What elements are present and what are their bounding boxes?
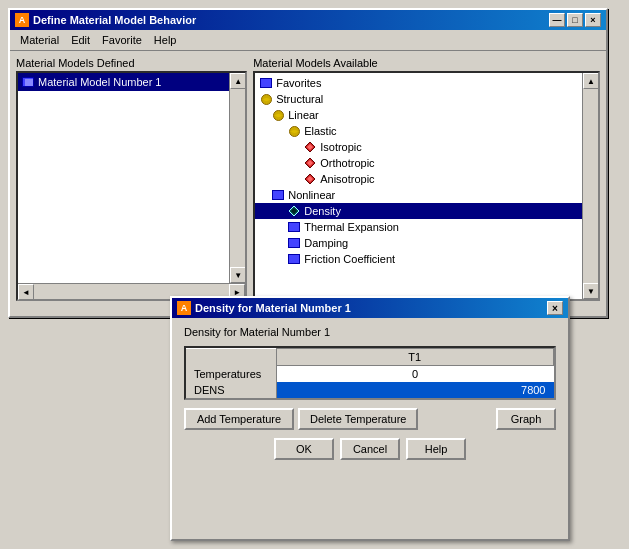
elastic-icon xyxy=(287,124,301,138)
right-panel: Favorites Structural xyxy=(253,71,600,301)
right-panel-scroll: Favorites Structural xyxy=(255,73,598,299)
graph-button[interactable]: Graph xyxy=(496,408,556,430)
model-icon xyxy=(21,75,35,89)
menu-favorite[interactable]: Favorite xyxy=(96,32,148,48)
isotropic-icon xyxy=(303,140,317,154)
tree-friction[interactable]: Friction Coefficient xyxy=(255,251,582,267)
main-window-title: Define Material Model Behavior xyxy=(33,14,196,26)
linear-icon xyxy=(271,108,285,122)
anisotropic-icon xyxy=(303,172,317,186)
help-button[interactable]: Help xyxy=(406,438,466,460)
data-table: T1 Temperatures DENS xyxy=(186,348,554,398)
dens-input[interactable] xyxy=(285,384,546,396)
left-panel-wrapper: Material Models Defined Material Model N… xyxy=(16,57,247,301)
right-scroll-track xyxy=(583,89,598,283)
minimize-button[interactable]: — xyxy=(549,13,565,27)
nonlinear-icon xyxy=(271,188,285,202)
tree-anisotropic[interactable]: Anisotropic xyxy=(255,171,582,187)
tree-thermal[interactable]: Thermal Expansion xyxy=(255,219,582,235)
dialog-close-button[interactable]: × xyxy=(547,301,563,315)
dialog-body: Density for Material Number 1 T1 Tempera… xyxy=(172,318,568,468)
left-panel-content: Material Model Number 1 xyxy=(18,73,229,91)
dialog-title-left: A Density for Material Number 1 xyxy=(177,301,351,315)
tree-damping[interactable]: Damping xyxy=(255,235,582,251)
table-header-t1: T1 xyxy=(276,349,554,366)
cancel-button[interactable]: Cancel xyxy=(340,438,400,460)
dialog-subtitle: Density for Material Number 1 xyxy=(184,326,556,338)
action-buttons: Add Temperature Delete Temperature Graph xyxy=(184,408,556,430)
main-content: Material Models Defined Material Model N… xyxy=(10,51,606,307)
tree-structural[interactable]: Structural xyxy=(255,91,582,107)
ok-cancel-row: OK Cancel Help xyxy=(184,438,556,460)
defined-model-item[interactable]: Material Model Number 1 xyxy=(18,73,229,91)
left-panel-label: Material Models Defined xyxy=(16,57,247,69)
right-panel-wrapper: Material Models Available Favorites xyxy=(253,57,600,301)
dialog-app-icon: A xyxy=(177,301,191,315)
dens-value[interactable] xyxy=(276,382,554,398)
add-temperature-button[interactable]: Add Temperature xyxy=(184,408,294,430)
tree-favorites[interactable]: Favorites xyxy=(255,75,582,91)
tree-content: Favorites Structural xyxy=(255,73,582,269)
dialog-window: A Density for Material Number 1 × Densit… xyxy=(170,296,570,541)
dens-label: DENS xyxy=(186,382,276,398)
maximize-button[interactable]: □ xyxy=(567,13,583,27)
temp-value[interactable] xyxy=(276,366,554,383)
data-table-container: T1 Temperatures DENS xyxy=(184,346,556,400)
left-scrollbar-v[interactable]: ▲ ▼ xyxy=(229,73,245,283)
main-title-bar: A Define Material Model Behavior — □ × xyxy=(10,10,606,30)
temp-label: Temperatures xyxy=(186,366,276,383)
tree-orthotropic[interactable]: Orthotropic xyxy=(255,155,582,171)
title-buttons: — □ × xyxy=(549,13,601,27)
title-left: A Define Material Model Behavior xyxy=(15,13,196,27)
table-corner xyxy=(186,349,276,366)
table-row-temperatures: Temperatures xyxy=(186,366,554,383)
ok-button[interactable]: OK xyxy=(274,438,334,460)
tree-elastic[interactable]: Elastic xyxy=(255,123,582,139)
model-label: Material Model Number 1 xyxy=(38,76,162,88)
right-panel-label: Material Models Available xyxy=(253,57,600,69)
structural-icon xyxy=(259,92,273,106)
right-scrollbar-v[interactable]: ▲ ▼ xyxy=(582,73,598,299)
dialog-title-bar: A Density for Material Number 1 × xyxy=(172,298,568,318)
scroll-up-btn[interactable]: ▲ xyxy=(230,73,245,89)
scroll-left-btn[interactable]: ◄ xyxy=(18,284,34,300)
favorites-icon xyxy=(259,76,273,90)
orthotropic-icon xyxy=(303,156,317,170)
right-scroll-up[interactable]: ▲ xyxy=(583,73,598,89)
tree-isotropic[interactable]: Isotropic xyxy=(255,139,582,155)
menu-edit[interactable]: Edit xyxy=(65,32,96,48)
menu-material[interactable]: Material xyxy=(14,32,65,48)
damping-icon xyxy=(287,236,301,250)
menu-help[interactable]: Help xyxy=(148,32,183,48)
tree-density[interactable]: Density xyxy=(255,203,582,219)
delete-temperature-button[interactable]: Delete Temperature xyxy=(298,408,418,430)
left-panel: Material Model Number 1 ▲ ▼ ◄ ► xyxy=(16,71,247,301)
scroll-down-btn[interactable]: ▼ xyxy=(230,267,245,283)
scroll-track xyxy=(230,89,245,267)
left-panel-scroll: Material Model Number 1 ▲ ▼ xyxy=(18,73,245,283)
table-row-dens: DENS xyxy=(186,382,554,398)
friction-icon xyxy=(287,252,301,266)
close-button[interactable]: × xyxy=(585,13,601,27)
right-scroll-down[interactable]: ▼ xyxy=(583,283,598,299)
main-app-icon: A xyxy=(15,13,29,27)
dialog-title-text: Density for Material Number 1 xyxy=(195,302,351,314)
main-window: A Define Material Model Behavior — □ × M… xyxy=(8,8,608,318)
density-icon xyxy=(287,204,301,218)
tree-linear[interactable]: Linear xyxy=(255,107,582,123)
thermal-icon xyxy=(287,220,301,234)
tree-nonlinear[interactable]: Nonlinear xyxy=(255,187,582,203)
menu-bar: Material Edit Favorite Help xyxy=(10,30,606,51)
temp-input[interactable] xyxy=(385,368,445,380)
